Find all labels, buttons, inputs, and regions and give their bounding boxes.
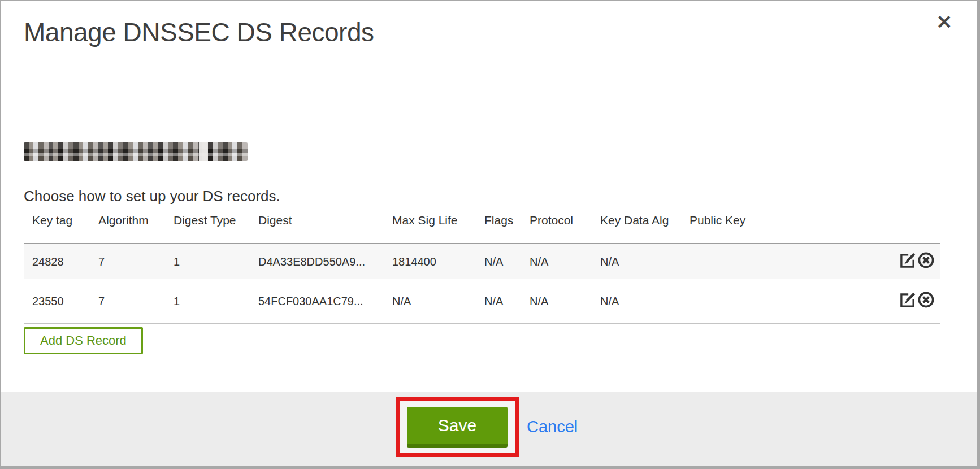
domain-name-redacted <box>24 142 248 161</box>
add-ds-record-button[interactable]: Add DS Record <box>24 327 143 354</box>
instruction-text: Choose how to set up your DS records. <box>24 188 280 205</box>
delete-record-icon[interactable] <box>917 291 935 309</box>
dnssec-modal: Manage DNSSEC DS Records ✕ Choose how to… <box>0 0 980 469</box>
cell-key-data-alg: N/A <box>592 279 681 324</box>
cell-max-sig-life: N/A <box>384 279 476 324</box>
row-actions <box>851 244 940 279</box>
col-header-digest-type: Digest Type <box>165 212 250 244</box>
edit-record-icon[interactable] <box>899 251 917 269</box>
cell-key-data-alg: N/A <box>592 244 681 279</box>
close-icon[interactable]: ✕ <box>936 12 953 32</box>
cell-algorithm: 7 <box>90 244 165 279</box>
cell-flags: N/A <box>476 279 521 324</box>
cell-digest: 54FCF030AA1C79... <box>250 279 384 324</box>
col-header-public-key: Public Key <box>681 212 851 244</box>
cell-algorithm: 7 <box>90 279 165 324</box>
cell-public-key <box>681 279 851 324</box>
save-button[interactable]: Save <box>407 407 508 448</box>
row-actions <box>851 279 940 324</box>
cell-public-key <box>681 244 851 279</box>
cell-digest-type: 1 <box>165 244 250 279</box>
col-header-key-tag: Key tag <box>24 212 90 244</box>
col-header-key-data-alg: Key Data Alg <box>592 212 681 244</box>
cell-protocol: N/A <box>521 279 592 324</box>
delete-record-icon[interactable] <box>917 251 935 269</box>
cell-key-tag: 24828 <box>24 244 90 279</box>
cell-flags: N/A <box>476 244 521 279</box>
cell-digest-type: 1 <box>165 279 250 324</box>
col-header-max-sig-life: Max Sig Life <box>384 212 476 244</box>
cell-key-tag: 23550 <box>24 279 90 324</box>
modal-title: Manage DNSSEC DS Records <box>24 17 374 47</box>
table-row: 23550 7 1 54FCF030AA1C79... N/A N/A N/A … <box>24 279 940 324</box>
save-highlight-rectangle: Save <box>396 397 519 457</box>
col-header-protocol: Protocol <box>521 212 592 244</box>
col-header-algorithm: Algorithm <box>90 212 165 244</box>
col-header-flags: Flags <box>476 212 521 244</box>
cell-max-sig-life: 1814400 <box>384 244 476 279</box>
cell-protocol: N/A <box>521 244 592 279</box>
modal-footer: Save Cancel <box>1 392 977 466</box>
table-row: 24828 7 1 D4A33E8DD550A9... 1814400 N/A … <box>24 244 940 279</box>
col-header-digest: Digest <box>250 212 384 244</box>
col-header-actions <box>851 212 940 244</box>
cell-digest: D4A33E8DD550A9... <box>250 244 384 279</box>
table-header-row: Key tag Algorithm Digest Type Digest Max… <box>24 212 940 244</box>
cancel-link[interactable]: Cancel <box>527 418 578 436</box>
edit-record-icon[interactable] <box>899 291 917 309</box>
ds-records-table: Key tag Algorithm Digest Type Digest Max… <box>24 212 940 324</box>
